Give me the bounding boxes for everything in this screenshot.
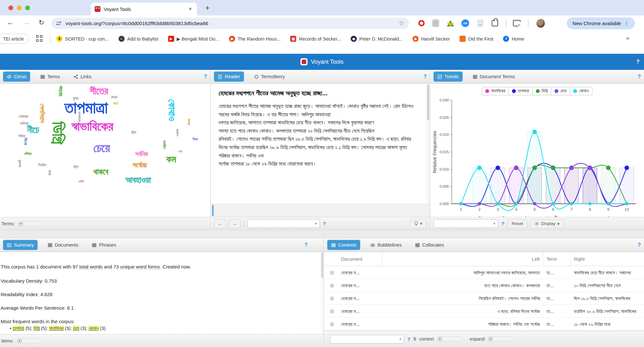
frequent-word-link[interactable]: তাপমাত্রা [13,326,24,331]
frequent-word-link[interactable]: চেয়ে [73,326,79,331]
cloud-word[interactable]: রবিবার [24,152,32,155]
browser-tab[interactable]: Voyant Tools × [91,3,197,15]
bookmark-star-icon[interactable]: ☆ [399,19,404,27]
cloud-word[interactable]: হয়েছিল [163,140,166,149]
cloud-word[interactable]: কুয়াশার [18,160,21,167]
column-header-term[interactable]: Term [543,252,571,266]
contexts-search-combo[interactable]: ▾ [330,335,404,343]
adblock-extension-icon[interactable] [417,19,426,27]
cloud-word[interactable]: কম [166,155,176,164]
prev-document-button[interactable]: ← [214,219,226,228]
bookmark-tei-article[interactable]: TEI article [0,34,29,44]
tab-cirrus[interactable]: Cirrus [3,72,30,81]
cloud-word[interactable]: এবং [178,150,182,153]
unique-forms-link[interactable]: unique word forms [120,264,160,270]
forward-icon[interactable]: → [23,19,30,26]
cirrus-help-icon[interactable]: ? [204,74,207,80]
cloud-word[interactable]: বিদায় [193,138,198,141]
summary-help-icon[interactable]: ? [304,242,308,248]
cloud-word[interactable]: কলকাতার [78,111,81,122]
trends-help-icon[interactable]: ? [638,74,641,80]
reader-help-icon[interactable]: ? [423,74,427,80]
apps-grid-icon[interactable] [36,35,43,42]
table-row[interactable]: ⊞হেমন্তের ম...হতে পারে কোথাও কোথাও। কলকা… [324,279,644,292]
tab-close-icon[interactable]: × [187,6,193,12]
trends-search-help-icon[interactable]: ? [501,221,504,226]
reader-search-combo[interactable]: ▾ [247,219,320,228]
cloud-word[interactable]: থাকবে [93,168,108,176]
window-close-button[interactable] [8,5,13,10]
table-row[interactable]: ⊞হেমন্তের ম...এ ছাড়া, রবিবার দিনের সর্ব… [324,305,644,318]
column-header-left[interactable]: Left [382,252,543,266]
back-icon[interactable]: ← [7,19,14,26]
tab-contexts[interactable]: Contexts [327,240,360,250]
table-row[interactable]: ⊞হেমন্তের ম...গিয়েছিল রবিবারই। সোমেও শহ… [324,292,644,305]
cloud-word[interactable]: আকাশ [175,129,179,136]
cloud-word[interactable]: সেলসিয়াস [39,104,45,123]
tab-document-terms[interactable]: Document Terms [469,72,518,81]
docs-extension-icon[interactable] [476,19,484,27]
total-words-link[interactable]: total words [79,264,103,270]
cloud-word[interactable]: হতে [113,102,118,105]
cloud-word[interactable]: খটখটে [111,96,117,99]
bookmark-item[interactable]: Did the First [459,36,493,42]
cloud-word[interactable]: সমস্যা [187,118,191,125]
legend-item[interactable]: কোথাও [570,87,592,95]
reload-icon[interactable]: ↻ [39,19,44,26]
trends-search-combo[interactable]: ▾ [434,219,498,228]
drive-extension-icon[interactable] [446,19,455,27]
cloud-word[interactable]: পরিষ্কার [18,135,25,138]
context-slider[interactable] [437,337,462,341]
tab-documents[interactable]: Documents [44,240,81,249]
cloud-word[interactable]: শহরের [58,86,63,96]
cloud-word[interactable]: তাপমাত্রা [64,99,108,116]
tab-reader[interactable]: Reader [214,72,244,81]
contexts-search-help-icon[interactable]: ? [407,336,410,342]
expand-row-icon[interactable]: ⊞ [327,279,336,292]
bookmark-item[interactable]: $SORTED - cup con... [56,36,109,42]
expand-row-icon[interactable]: ⊞ [327,318,336,331]
chrome-update-button[interactable]: New Chrome available ⋮ [567,17,635,29]
new-tab-button[interactable]: + [205,4,210,12]
frequent-word-link[interactable]: কোথাও [89,326,99,331]
bookmarks-overflow-icon[interactable]: » [626,34,630,42]
gray-extension-icon[interactable]: ⚲ [431,19,440,27]
cloud-word[interactable]: জুড়ে [73,165,79,168]
tab-bubblelines[interactable]: Bubblelines [367,240,405,249]
tab-phrases[interactable]: Phrases [89,240,119,249]
items-slider[interactable] [17,339,42,343]
tab-terms[interactable]: Terms [37,72,63,81]
cloud-word[interactable]: সোমবার [19,115,28,118]
window-zoom-button[interactable] [25,5,30,10]
tab-trends[interactable]: Trends [434,72,462,81]
bookmark-item[interactable]: fHome [503,36,524,42]
expand-row-icon[interactable]: ⊞ [327,305,336,318]
frequent-word-link[interactable]: ডিগ্রি [33,326,40,331]
cloud-word[interactable]: সর্বনিম্ন [135,151,148,157]
column-header-document[interactable]: Document [338,252,382,266]
profile-avatar[interactable] [536,19,545,27]
table-row[interactable]: ⊞হেমন্তের ম...আলিপুর আবহাওয়া দফতর জানিয… [324,266,644,279]
legend-item[interactable]: স্বাভাবিকের [482,87,509,95]
cloud-word[interactable]: দিনের [24,138,28,145]
chrome-menu-icon[interactable]: ⋮ [624,20,629,26]
summary-scrollbar[interactable] [321,252,324,334]
next-document-button[interactable]: → [229,219,241,228]
zoom-extension-icon[interactable]: zm [461,19,469,27]
tab-termsberry[interactable]: TermsBerry [251,72,288,81]
cloud-word[interactable]: কোথাও [167,99,176,121]
cloud-word[interactable]: চেয়ে [93,142,110,154]
cloud-word[interactable]: ডিগ্রি [50,122,66,144]
reader-search-help-icon[interactable]: ? [323,221,326,226]
terms-slider[interactable] [18,221,43,226]
cloud-word[interactable]: শীতের [90,86,108,96]
highlight-options-button[interactable]: ▾ [410,219,427,228]
window-minimize-button[interactable] [17,5,22,10]
url-bar[interactable]: voyant-tools.org/?corpus=8c0dd00162ff63d… [52,18,409,29]
expand-row-icon[interactable]: ⊞ [327,292,336,305]
legend-item[interactable]: তাপমাত্রা [508,87,533,95]
horizontal-splitter[interactable] [0,230,644,238]
table-row[interactable]: ⊞হেমন্তের ম...পরিষ্কার থাকবে। সর্বনিম্ন … [324,318,644,331]
cloud-word[interactable]: নীচে [27,126,39,135]
contexts-help-icon[interactable]: ? [638,242,641,248]
